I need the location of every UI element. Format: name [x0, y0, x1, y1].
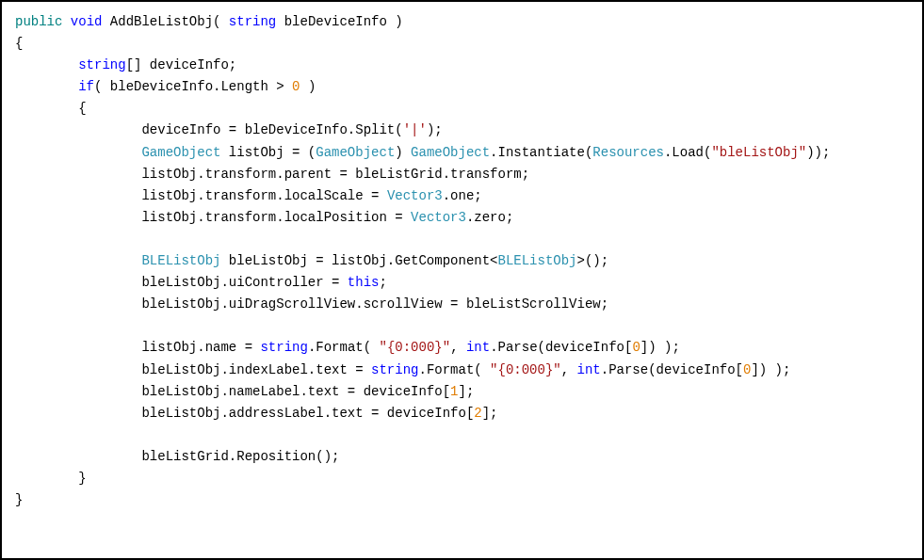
brace: { — [15, 36, 23, 51]
stmt: ) — [395, 145, 411, 160]
kw-public: public — [15, 14, 62, 29]
indent — [15, 79, 78, 94]
indent — [15, 57, 78, 72]
indent — [15, 188, 141, 203]
stmt: .Parse(deviceInfo[ — [601, 362, 743, 377]
brace: { — [15, 101, 87, 116]
stmt: bleListObj = listObj.GetComponent< — [220, 253, 497, 268]
indent — [15, 167, 141, 182]
indent — [15, 362, 141, 377]
kw-int: int — [466, 340, 490, 355]
cond: ) — [300, 79, 316, 94]
stmt: ]) ); — [640, 340, 680, 355]
stmt: , — [561, 362, 577, 377]
fn-name: AddBleListObj( — [102, 14, 228, 29]
stmt: , — [450, 340, 466, 355]
type: Vector3 — [411, 210, 466, 225]
kw-string: string — [371, 362, 418, 377]
indent — [15, 145, 141, 160]
indent — [15, 122, 141, 137]
stmt: ]; — [458, 384, 474, 399]
type: Resources — [592, 145, 664, 160]
type: GameObject — [141, 145, 220, 160]
stmt: listObj.transform.localScale = — [141, 188, 386, 203]
brace: } — [15, 471, 87, 486]
stmt: )); — [806, 145, 830, 160]
char-lit: '|' — [403, 122, 427, 137]
kw-int: int — [577, 362, 601, 377]
stmt: bleListObj.uiDragScrollView.scrollView =… — [141, 296, 608, 312]
stmt: .Instantiate( — [490, 145, 592, 160]
stmt: listObj.name = — [141, 340, 260, 355]
stmt: bleListObj.uiController = — [141, 275, 347, 290]
param: bleDeviceInfo ) — [276, 14, 402, 29]
kw-void: void — [71, 14, 103, 29]
indent — [15, 449, 141, 464]
indent — [15, 296, 141, 312]
stmt: .Parse(deviceInfo[ — [490, 340, 632, 355]
indent — [15, 340, 141, 355]
stmt: >(); — [577, 253, 609, 268]
indent — [15, 210, 141, 225]
indent — [15, 253, 141, 268]
kw-this: this — [348, 275, 380, 290]
stmt: bleListObj.indexLabel.text = — [141, 362, 371, 377]
stmt: ]) ); — [751, 362, 790, 377]
cond: ( bleDeviceInfo.Length > — [94, 79, 292, 94]
stmt: .Format( — [308, 340, 380, 355]
num: 0 — [632, 340, 640, 355]
stmt: listObj.transform.parent = bleListGrid.t… — [141, 167, 529, 182]
stmt: ]; — [482, 406, 498, 421]
stmt: .zero; — [466, 210, 513, 225]
indent — [15, 275, 141, 290]
type: Vector3 — [387, 188, 443, 203]
stmt: listObj = ( — [220, 145, 316, 160]
stmt: bleListObj.addressLabel.text = deviceInf… — [141, 406, 474, 421]
type: GameObject — [411, 145, 490, 160]
str-lit: "{0:000}" — [380, 340, 451, 355]
stmt: ); — [427, 122, 443, 137]
kw-string: string — [229, 14, 276, 29]
stmt: .Format( — [418, 362, 490, 377]
type: BLEListObj — [498, 253, 577, 268]
type: GameObject — [316, 145, 395, 160]
stmt: ; — [379, 275, 386, 290]
stmt: deviceInfo = bleDeviceInfo.Split( — [141, 122, 402, 137]
indent — [15, 406, 141, 421]
stmt: .Load( — [664, 145, 711, 160]
kw-string: string — [260, 340, 307, 355]
str-lit: "{0:000}" — [490, 362, 561, 377]
decl: [] deviceInfo; — [126, 57, 237, 72]
type: BLEListObj — [141, 253, 220, 268]
num: 2 — [474, 406, 481, 421]
brace: } — [15, 492, 23, 507]
stmt: listObj.transform.localPosition = — [141, 210, 411, 225]
stmt: .one; — [443, 188, 482, 203]
stmt: bleListGrid.Reposition(); — [141, 449, 339, 464]
stmt: bleListObj.nameLabel.text = deviceInfo[ — [141, 384, 450, 399]
kw-if: if — [78, 79, 94, 94]
kw-string: string — [78, 57, 125, 72]
indent — [15, 384, 141, 399]
str-lit: "bleListObj" — [711, 145, 806, 160]
code-block: public void AddBleListObj( string bleDev… — [0, 0, 924, 560]
